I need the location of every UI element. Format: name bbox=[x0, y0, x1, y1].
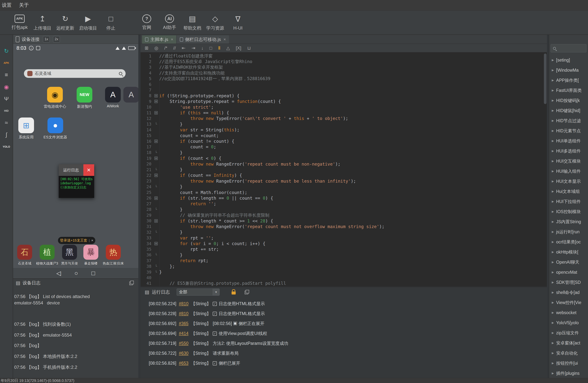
editor-tool-5-icon[interactable]: ⇤ bbox=[182, 45, 185, 51]
editor-tool-10-icon[interactable]: △ bbox=[226, 45, 230, 51]
api-tree-item[interactable]: ▶okHttp模块[ bbox=[549, 247, 588, 257]
api-tree-item[interactable]: ▶JS内置String bbox=[549, 217, 588, 227]
editor-tool-4-icon[interactable]: // bbox=[173, 45, 176, 51]
yolo-icon[interactable]: YOLO bbox=[2, 143, 11, 150]
floating-log-window[interactable]: 运行日志 ✕ [08:02:56] 可使用sidebarLogger.log()… bbox=[59, 164, 94, 198]
api-tree-item[interactable]: ▶IOS控制模块 bbox=[549, 206, 588, 217]
toolbar-run-project-button[interactable]: ▶启动项目 bbox=[77, 14, 99, 31]
app-shortcut[interactable]: A bbox=[118, 87, 138, 104]
api-tree-item[interactable]: ▶HUI下拉组件 bbox=[549, 197, 588, 206]
api-tree-item[interactable]: ▶HID按键码[k bbox=[549, 95, 588, 106]
log-filter-dropdown[interactable]: 全部 ▾ bbox=[177, 289, 220, 296]
editor-tool-6-icon[interactable]: ⇥ bbox=[191, 45, 195, 51]
recents-button[interactable]: □ bbox=[91, 270, 95, 277]
menu-settings[interactable]: 设置 bbox=[2, 2, 12, 8]
back-button[interactable]: ◁ bbox=[56, 270, 61, 277]
api-tree-item[interactable]: ▶插件[plugins bbox=[549, 368, 588, 378]
toolbar-learning-resources-button[interactable]: ◇学习资源 bbox=[204, 14, 227, 31]
editor-tool-9-icon[interactable]: ‖ bbox=[218, 45, 220, 51]
log-id-link[interactable]: #810 bbox=[179, 311, 189, 316]
toolbar-pack-apk-button[interactable]: APK打包apk bbox=[8, 15, 31, 30]
app-系统应用[interactable]: ⊞系统应用 bbox=[13, 117, 39, 140]
panel-divider[interactable] bbox=[138, 35, 141, 378]
api-tree-item[interactable]: ▶HID键鼠[hid] bbox=[549, 106, 588, 116]
xml-icon[interactable]: ≡ bbox=[2, 71, 11, 79]
api-tree-item[interactable]: ▶shell命令[ad bbox=[549, 287, 588, 297]
menu-about[interactable]: 关于 bbox=[19, 2, 29, 8]
log-id-link[interactable]: #810 bbox=[179, 301, 189, 306]
editor-tab-1[interactable]: 主脚本.js× bbox=[142, 35, 176, 44]
fold-collapse-icon[interactable]: − bbox=[153, 94, 159, 97]
api-tree-item[interactable]: ▶HID元素节点 bbox=[549, 126, 588, 136]
toolbar-ai-assistant-button[interactable]: AIAI助手 bbox=[158, 14, 181, 30]
api-tree-item[interactable]: ▶HUI多选组件 bbox=[549, 146, 588, 156]
nodes-icon[interactable]: Ψ bbox=[2, 95, 11, 103]
api-tree-item[interactable]: ▶HUI输入组件 bbox=[549, 166, 588, 176]
api-tree-item[interactable]: ▶APP操作类[ bbox=[549, 75, 588, 85]
fold-collapse-icon[interactable]: − bbox=[153, 157, 159, 160]
api-tree-item[interactable]: ▶OpenAI聊天 bbox=[549, 257, 588, 267]
api-tree-item[interactable]: ▶HUI单选组件 bbox=[549, 136, 588, 146]
api-tree-item[interactable]: ▶安卓自动化 bbox=[549, 348, 588, 358]
sync-icon[interactable]: ↻ bbox=[2, 47, 11, 55]
api-tree-item[interactable]: ▶opencvMat bbox=[549, 267, 588, 277]
zoom-2x-button[interactable]: 2x bbox=[53, 36, 60, 43]
fold-collapse-icon[interactable]: − bbox=[153, 111, 159, 114]
app-暴走报楼[interactable]: 暴暴走报楼 bbox=[78, 245, 104, 266]
api-tree-item[interactable]: ▶View控件[Vie bbox=[549, 297, 588, 308]
palette-icon[interactable]: ◉ bbox=[2, 83, 11, 90]
api-tree-item[interactable]: ▶安卓窗体[act bbox=[549, 338, 588, 348]
float-window-title[interactable]: 运行日志 bbox=[59, 164, 83, 176]
app-石灵圣域[interactable]: 石石灵圣域 bbox=[13, 245, 37, 266]
toolbar-remote-update-button[interactable]: ↻远程更新 bbox=[54, 14, 77, 31]
home-button[interactable]: ○ bbox=[74, 270, 78, 277]
editor-tool-11-icon[interactable]: [X] bbox=[236, 45, 241, 51]
editor-tool-8-icon[interactable]: □ bbox=[210, 45, 212, 51]
log-id-link[interactable]: #653 bbox=[179, 361, 189, 366]
app-新游预约[interactable]: NEW新游预约 bbox=[71, 87, 98, 109]
fold-collapse-icon[interactable]: − bbox=[153, 174, 159, 177]
api-tree-item[interactable]: ▶[WindowMa bbox=[549, 65, 588, 75]
log-id-link[interactable]: #550 bbox=[179, 341, 189, 346]
fold-collapse-icon[interactable]: − bbox=[153, 140, 159, 143]
editor-tool-7-icon[interactable]: ↓ bbox=[201, 45, 204, 51]
editor-tool-3-icon[interactable]: /* bbox=[164, 45, 167, 51]
api-tree-item[interactable]: ▶websocket bbox=[549, 308, 588, 318]
hid-icon[interactable]: HID bbox=[2, 107, 11, 114]
log-id-link[interactable]: #414 bbox=[179, 331, 189, 336]
toolbar-upload-project-button[interactable]: ↥上传项目 bbox=[31, 14, 54, 31]
game-ad-banner[interactable]: 登录送+15龙王套 | × bbox=[58, 237, 95, 244]
api-tree-item[interactable]: ▶按钮控件[ui bbox=[549, 358, 588, 368]
app-植物大战僵尸3[interactable]: 植植物大战僵尸3 bbox=[34, 245, 60, 266]
usb-icon[interactable]: ∫ bbox=[2, 131, 11, 138]
fold-collapse-icon[interactable]: − bbox=[153, 197, 159, 200]
run-log-expand-icon[interactable] bbox=[245, 290, 249, 294]
api-tree-item[interactable]: ▶Hui文本域组 bbox=[549, 186, 588, 197]
app-热血江湖:归来[interactable]: 热热血江湖:归来 bbox=[101, 245, 126, 266]
toolbar-official-site-button[interactable]: ?官网 bbox=[135, 14, 158, 30]
tab-close-icon[interactable]: × bbox=[224, 37, 226, 42]
editor-tool-12-icon[interactable]: ⊔ bbox=[247, 45, 251, 51]
api-tree-item[interactable]: ▶FastUI界面类 bbox=[549, 85, 588, 95]
toolbar-h-ui-button[interactable]: ∇H-UI bbox=[227, 14, 249, 31]
editor-tool-2-icon[interactable]: ◎ bbox=[154, 45, 158, 51]
wifi-icon[interactable]: ≈ bbox=[2, 119, 11, 127]
device-log-expand-icon[interactable] bbox=[129, 281, 134, 285]
api-tree-item[interactable]: ▶HUI交互模块 bbox=[549, 156, 588, 166]
api-tree-item[interactable]: ▶ocr结果类[oc bbox=[549, 237, 588, 247]
app-ES文件浏览器[interactable]: ●ES文件浏览器 bbox=[42, 117, 68, 140]
toolbar-help-docs-button[interactable]: ▤帮助文档 bbox=[181, 14, 204, 31]
toolbar-stop-button[interactable]: □停止 bbox=[99, 14, 122, 31]
lock-icon[interactable] bbox=[231, 292, 236, 294]
editor-tab-2[interactable]: 侧栏日志可移动.js× bbox=[177, 35, 229, 44]
device-connect-tab[interactable]: 设备连接 bbox=[22, 36, 40, 42]
api-tree-item[interactable]: ▶HID节点过滤 bbox=[549, 116, 588, 126]
banner-close-icon[interactable]: × bbox=[91, 238, 93, 243]
api-tree-item[interactable]: ▶[seting] bbox=[549, 55, 588, 65]
api-tree-item[interactable]: ▶zip压缩文件 bbox=[549, 328, 588, 338]
float-window-close-button[interactable]: ✕ bbox=[83, 164, 94, 176]
api-tree-item[interactable]: ▶js运行时[run bbox=[549, 227, 588, 237]
tab-close-icon[interactable]: × bbox=[171, 37, 173, 42]
fold-collapse-icon[interactable]: − bbox=[153, 242, 159, 245]
log-id-link[interactable]: #630 bbox=[179, 351, 189, 356]
